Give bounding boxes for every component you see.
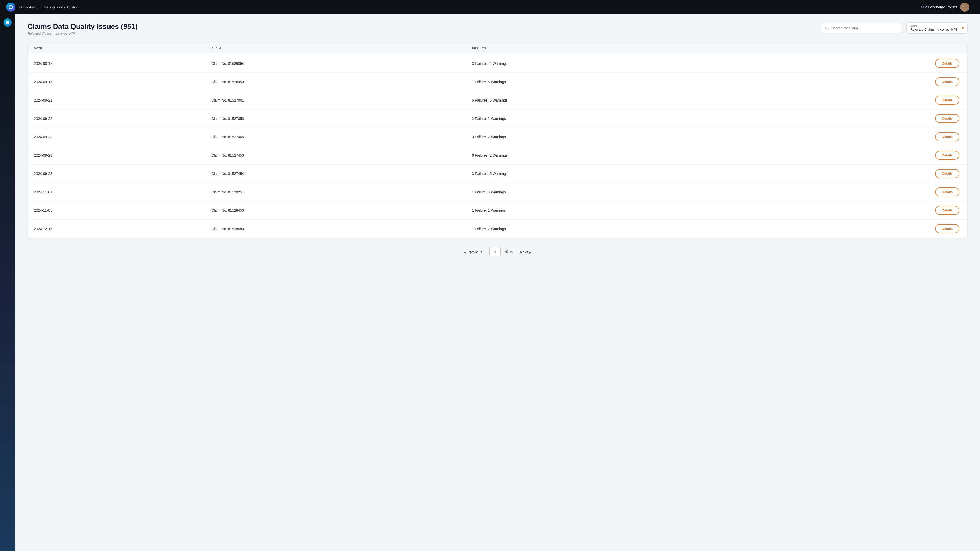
page-header: Claims Data Quality Issues (951) Rejecte… (27, 22, 968, 35)
cell-results: 3 Failures, 2 Warnings (466, 54, 744, 73)
table-row: 2024-12-15 Claim No. 81528580 1 Failure,… (28, 220, 967, 238)
page-header-controls: RNPI Rejected Claims - Incorrect NPI ▾ (821, 22, 968, 34)
cell-results: 6 Failures, 5 Warnings (466, 91, 744, 110)
cell-claim: Claim No. 81527454 (205, 165, 466, 183)
cell-action: Details (744, 165, 967, 183)
table-body: 2024-08-17 Claim No. 81526864 3 Failures… (28, 54, 967, 238)
col-results: RESULTS (466, 43, 744, 54)
pagination: Previous of 96 Next (27, 247, 968, 262)
cell-action: Details (744, 128, 967, 146)
cell-action: Details (744, 54, 967, 73)
cell-date: 2024-08-17 (28, 54, 205, 73)
details-button[interactable]: Details (935, 132, 959, 141)
details-button[interactable]: Details (935, 151, 959, 160)
cell-results: 1 Failure, 1 Warnings (466, 201, 744, 220)
details-button[interactable]: Details (935, 114, 959, 123)
cell-claim: Claim No. 81527065 (205, 128, 466, 146)
table-row: 2024-08-17 Claim No. 81526864 3 Failures… (28, 54, 967, 73)
cell-results: 1 Failure, 5 Warnings (466, 73, 744, 91)
claims-table-container: DATE CLAIM RESULTS 2024-08-17 Claim No. … (27, 43, 968, 238)
table-header: DATE CLAIM RESULTS (28, 43, 967, 54)
previous-button[interactable]: Previous (461, 248, 485, 256)
breadcrumb-root[interactable]: Orchestration (19, 5, 39, 9)
cell-results: 6 Failures, 2 Warnings (466, 146, 744, 165)
cell-date: 2024-09-28 (28, 146, 205, 165)
app-logo (6, 3, 15, 12)
details-button[interactable]: Details (935, 224, 959, 233)
page-subtitle: Rejected Claims – Incorrect NPI (27, 32, 138, 35)
cell-results: 1 Failure, 3 Warnings (466, 183, 744, 201)
nav-right: Julia Longname-Collins JL ▾ (920, 3, 974, 12)
col-claim: CLAIM (205, 43, 466, 54)
details-button[interactable]: Details (935, 187, 959, 197)
table-row: 2024-11-05 Claim No. 81528450 1 Failure,… (28, 201, 967, 220)
cell-claim: Claim No. 81527453 (205, 146, 466, 165)
details-button[interactable]: Details (935, 169, 959, 178)
cell-claim: Claim No. 81527050 (205, 110, 466, 128)
cell-action: Details (744, 110, 967, 128)
table-row: 2024-11-01 Claim No. 81528251 1 Failure,… (28, 183, 967, 201)
user-name: Julia Longname-Collins (920, 5, 957, 9)
main-content: Claims Data Quality Issues (951) Rejecte… (15, 14, 980, 551)
cell-action: Details (744, 183, 967, 201)
cell-results: 3 Failures, 5 Warnings (466, 165, 744, 183)
cell-date: 2024-11-01 (28, 183, 205, 201)
cell-date: 2024-11-05 (28, 201, 205, 220)
cell-action: Details (744, 220, 967, 238)
page-number-input[interactable] (490, 247, 501, 256)
filter-label-top: RNPI (910, 25, 957, 27)
cell-results: 3 Failure, 2 Warnings (466, 128, 744, 146)
table-row: 2024-09-15 Claim No. 81526950 1 Failure,… (28, 73, 967, 91)
cell-action: Details (744, 73, 967, 91)
breadcrumb-separator: / (41, 5, 42, 9)
table-header-row: DATE CLAIM RESULTS (28, 43, 967, 54)
cell-claim: Claim No. 81527001 (205, 91, 466, 110)
filter-dropdown[interactable]: RNPI Rejected Claims - Incorrect NPI ▾ (907, 22, 968, 34)
cell-results: 1 Failure, 2 Warnings (466, 220, 744, 238)
table-row: 2024-09-28 Claim No. 81527454 3 Failures… (28, 165, 967, 183)
nav-left: Orchestration / Data Quality & Auditing (6, 3, 78, 12)
col-date: DATE (28, 43, 205, 54)
search-input[interactable] (832, 26, 898, 30)
cell-date: 2024-09-28 (28, 165, 205, 183)
table-row: 2024-09-23 Claim No. 81527065 3 Failure,… (28, 128, 967, 146)
filter-label-block: RNPI Rejected Claims - Incorrect NPI (910, 25, 957, 32)
user-menu-chevron[interactable]: ▾ (972, 5, 974, 9)
breadcrumb-current: Data Quality & Auditing (45, 5, 79, 9)
next-chevron-icon (529, 250, 531, 254)
filter-label-main: Rejected Claims - Incorrect NPI (910, 27, 957, 32)
table-row: 2024-09-21 Claim No. 81527001 6 Failures… (28, 91, 967, 110)
page-title-block: Claims Data Quality Issues (951) Rejecte… (27, 22, 138, 35)
svg-line-1 (828, 29, 829, 30)
details-button[interactable]: Details (935, 59, 959, 68)
cell-action: Details (744, 201, 967, 220)
breadcrumb: Orchestration / Data Quality & Auditing (19, 5, 78, 9)
details-button[interactable]: Details (935, 206, 959, 215)
cell-date: 2024-09-23 (28, 128, 205, 146)
logo-inner (9, 5, 13, 9)
prev-chevron-icon (464, 250, 466, 254)
filter-dropdown-arrow: ▾ (962, 25, 964, 31)
table-row: 2024-09-28 Claim No. 81527453 6 Failures… (28, 146, 967, 165)
claims-table: DATE CLAIM RESULTS 2024-08-17 Claim No. … (28, 43, 967, 238)
sidebar (0, 14, 15, 551)
cell-results: 2 Failure, 2 Warnings (466, 110, 744, 128)
cell-claim: Claim No. 81528450 (205, 201, 466, 220)
cell-date: 2024-12-15 (28, 220, 205, 238)
avatar[interactable]: JL (960, 3, 969, 12)
details-button[interactable]: Details (935, 96, 959, 105)
top-nav: Orchestration / Data Quality & Auditing … (0, 0, 980, 14)
details-button[interactable]: Details (935, 77, 959, 86)
pagination-of: of 96 (505, 250, 513, 254)
next-button[interactable]: Next (517, 248, 535, 256)
search-box[interactable] (821, 23, 902, 33)
cell-action: Details (744, 91, 967, 110)
table-row: 2024-09-22 Claim No. 81527050 2 Failure,… (28, 110, 967, 128)
cell-date: 2024-09-15 (28, 73, 205, 91)
app-body: Claims Data Quality Issues (951) Rejecte… (0, 14, 980, 551)
previous-label: Previous (468, 250, 482, 254)
cell-date: 2024-09-21 (28, 91, 205, 110)
total-pages: 96 (509, 250, 513, 254)
cell-date: 2024-09-22 (28, 110, 205, 128)
search-icon (825, 26, 829, 30)
